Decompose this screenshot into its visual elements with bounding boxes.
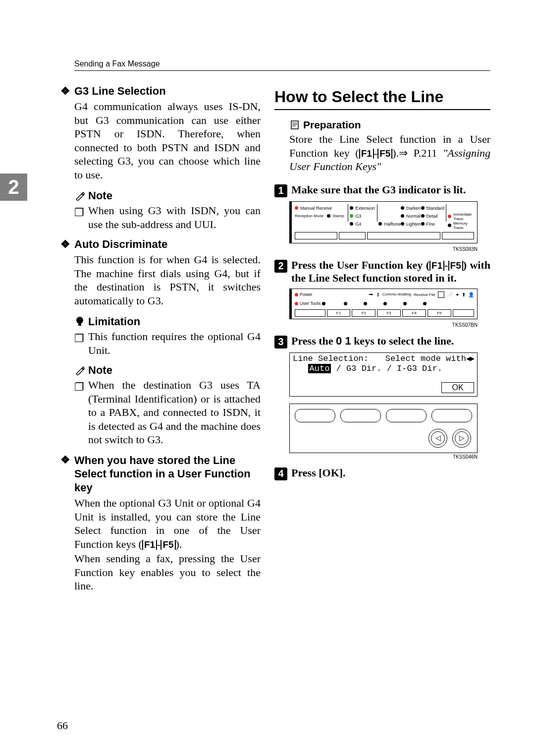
step-1: 1 Make sure that the G3 indicator is lit… (274, 183, 490, 252)
grid-icon (438, 291, 444, 298)
key-f1: F1 (359, 149, 374, 159)
arrow-icon: ⇒ (399, 147, 408, 159)
led-icon (295, 302, 298, 305)
limitation-icon (74, 316, 85, 327)
key-f5: F5 (377, 149, 392, 159)
transmit-icon: ⮕ (369, 292, 374, 297)
updown-icon: ⇕ (376, 292, 380, 297)
preparation-icon (289, 119, 300, 130)
person-icon: 👤 (468, 292, 474, 297)
led-icon (448, 224, 451, 227)
selected-option: Auto (308, 364, 331, 373)
led-icon (350, 222, 353, 226)
item-stored-line-select: ❖ When you have stored the Line Select f… (74, 454, 261, 593)
preparation-title: Preparation (303, 119, 361, 131)
item-body-2: When sending a fax, pressing the User Fu… (74, 552, 261, 593)
led-icon (423, 302, 427, 305)
left-column: ❖ G3 Line Selection G4 communication alw… (45, 85, 261, 601)
step-4: 4 Press [OK]. (274, 466, 490, 480)
step-text: Press [OK]. (291, 466, 490, 479)
key-f1: F1 (142, 540, 157, 550)
item-title: When you have stored the Line Select fun… (74, 454, 261, 495)
led-icon (295, 293, 298, 296)
limitation-block: Limitation ❐ This function requires the … (74, 315, 261, 357)
led-icon (350, 206, 353, 210)
step-text: Make sure that the G3 indicator is lit. (291, 183, 490, 196)
key-f5: F5 (448, 261, 463, 271)
item-body: G4 communication always uses IS-DN, but … (74, 100, 261, 181)
left-button[interactable]: ◁ (428, 429, 447, 448)
led-icon (378, 222, 382, 226)
item-title: Auto Discriminate (74, 238, 167, 251)
soft-button[interactable] (386, 409, 427, 422)
item-body: When the optional G3 Unit or optional G4… (74, 496, 261, 551)
led-icon (344, 302, 347, 305)
left-arrow-icon: ◁ (431, 431, 445, 445)
note-title: Note (88, 189, 112, 202)
item-auto-discriminate: ❖ Auto Discriminate This function is for… (74, 238, 261, 307)
soft-button[interactable] (340, 409, 381, 422)
led-icon (421, 222, 425, 226)
step-2: 2 Press the User Function key (F1-F5) wi… (274, 259, 490, 328)
preparation-block: Preparation Store the Line Select functi… (289, 119, 490, 174)
limitation-title: Limitation (88, 315, 140, 328)
upload-icon: ⬆ (462, 292, 466, 297)
step-number-icon: 1 (274, 184, 287, 197)
lcd-display: Line Selection: Select mode with◀▶ Auto … (289, 352, 478, 397)
bullet-icon: ❐ (74, 206, 84, 231)
right-column: How to Select the Line Preparation Store… (274, 85, 490, 601)
soft-button[interactable] (295, 409, 335, 422)
step-number-icon: 3 (274, 336, 287, 349)
svg-point-0 (76, 317, 83, 324)
spark-icon: ✦ (455, 292, 459, 297)
led-icon (327, 214, 330, 218)
led-icon (350, 214, 353, 218)
panel-figure-2: Power ⮕ ⇕ Commu-nicating Receive File 📄 … (289, 289, 490, 319)
item-body: This function is for when G4 is selected… (74, 253, 261, 307)
note-icon (74, 190, 85, 201)
svg-rect-2 (291, 121, 298, 129)
ok-button[interactable]: OK (441, 382, 474, 393)
bullet-icon: ❐ (74, 380, 84, 447)
led-icon (383, 302, 387, 305)
doc-icon: 📄 (447, 292, 453, 297)
page-number: 66 (57, 719, 68, 732)
right-arrow-icon: ▷ (455, 431, 469, 445)
limitation-text: This function requires the optional G4 U… (88, 330, 261, 357)
item-g3-line-selection: ❖ G3 Line Selection G4 communication alw… (74, 85, 261, 181)
section-tab: 2 (0, 174, 27, 201)
section-title: How to Select the Line (274, 88, 490, 110)
right-button[interactable]: ▷ (452, 429, 471, 448)
led-icon (421, 206, 425, 210)
led-icon (322, 302, 325, 305)
led-icon (295, 206, 298, 210)
key-f5: F5 (160, 540, 175, 550)
note-block: Note ❐ When using G3 with ISDN, you can … (74, 189, 261, 231)
svg-rect-1 (78, 323, 81, 326)
led-icon (448, 215, 451, 218)
step-3: 3 Press the 0 1 keys to select the line.… (274, 335, 490, 460)
figure-caption: TKSS07BN (289, 322, 478, 328)
figure-caption: TKSS083N (289, 246, 478, 252)
led-icon (401, 214, 404, 218)
panel-figure-1: Manual Receive Reception ModeStamp Exten… (289, 201, 490, 243)
led-icon (364, 302, 367, 305)
step-number-icon: 4 (274, 467, 287, 480)
button-panel: ◁ ▷ (289, 404, 478, 453)
figure-caption: TKSS046N (289, 454, 478, 460)
page-header: Sending a Fax Message (74, 59, 490, 71)
step-text: Press the 0 1 keys to select the line. (291, 335, 490, 348)
led-icon (401, 206, 404, 210)
soft-button[interactable] (431, 409, 472, 422)
step-number-icon: 2 (274, 260, 287, 273)
note-text: When using G3 with ISDN, you can use the… (88, 204, 261, 231)
note-block: Note ❐ When the destination G3 uses TA (… (74, 364, 261, 447)
diamond-icon: ❖ (60, 454, 70, 466)
note-icon (74, 365, 85, 376)
step-text: Press the User Function key (F1-F5) with… (291, 259, 490, 285)
diamond-icon: ❖ (60, 85, 70, 98)
led-icon (403, 302, 407, 305)
led-icon (421, 214, 425, 218)
key-f1: F1 (429, 261, 444, 271)
note-text: When the destination G3 uses TA (Termina… (88, 378, 261, 447)
